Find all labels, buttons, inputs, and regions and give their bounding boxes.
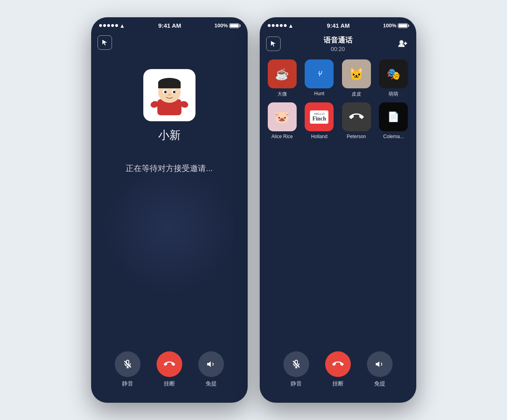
hangup-icon-peterson	[349, 110, 364, 124]
svg-marker-0	[102, 40, 107, 45]
avatar-hunt: ⑂	[305, 59, 334, 88]
battery-percent-right: 100%	[383, 22, 396, 29]
hangup-icon-left	[164, 359, 175, 370]
name-alice: Alice Rice	[271, 134, 293, 139]
speaker-button-left[interactable]: 免提	[198, 351, 224, 387]
svg-rect-4	[158, 83, 181, 88]
add-person-icon	[397, 39, 408, 49]
nav-bar-right: 语音通话 00:20	[260, 32, 416, 55]
pipi-avatar-img: 🐱	[342, 59, 371, 88]
nav-icon-left[interactable]	[98, 35, 112, 50]
avatar-pipi: 🐱	[342, 59, 371, 88]
speaker-circle-left[interactable]	[198, 351, 224, 377]
mute-circle-left[interactable]	[115, 351, 140, 377]
participant-alice: 🐷 Alice Rice	[266, 102, 299, 139]
speaker-circle-right[interactable]	[367, 351, 393, 377]
signal-area-right: ▲	[268, 22, 294, 29]
rdot2	[272, 24, 275, 27]
name-holland: Holland	[311, 134, 328, 139]
nav-bar-left	[91, 32, 248, 53]
mengmeng-avatar-img: 🎭	[379, 59, 408, 88]
finch-avatar-img: HELLO Finch	[305, 102, 334, 131]
dot1	[99, 24, 102, 27]
nav-subtitle-right: 00:20	[331, 46, 345, 52]
hangup-label-left: 挂断	[164, 380, 175, 387]
participant-holland: HELLO Finch Holland	[303, 102, 336, 139]
svg-point-8	[173, 91, 175, 93]
nav-title-right: 语音通话	[324, 35, 352, 45]
name-coleman: Colema...	[383, 134, 404, 139]
svg-point-7	[164, 91, 167, 93]
avatar-dawei: ☕	[268, 59, 297, 88]
xiaoxin-illustration	[147, 73, 191, 117]
hunt-avatar-img: ⑂	[305, 59, 334, 88]
avatar-mengmeng: 🎭	[379, 59, 408, 88]
control-buttons-left: 静音 挂断	[115, 351, 224, 387]
speaker-label-right: 免提	[374, 380, 385, 387]
calling-status: 正在等待对方接受邀请...	[126, 163, 213, 174]
name-mengmeng: 萌萌	[389, 91, 398, 98]
participant-dawei: ☕ 大微	[266, 59, 299, 98]
dot3	[107, 24, 110, 27]
svg-marker-25	[376, 361, 379, 367]
battery-icon-right	[398, 23, 408, 28]
cursor-icon-right	[270, 40, 277, 47]
mute-circle-right[interactable]	[283, 351, 309, 377]
participant-pipi: 🐱 皮皮	[340, 59, 373, 98]
name-dawei: 大微	[277, 91, 287, 98]
hangup-circle-left[interactable]	[157, 351, 182, 377]
battery-icon-left	[229, 23, 239, 28]
signal-area: ▲	[99, 22, 125, 29]
avatar-holland: HELLO Finch	[305, 102, 334, 131]
mute-button-right[interactable]: 静音	[283, 351, 309, 387]
cursor-icon-left	[101, 39, 108, 46]
time-left: 9:41 AM	[158, 22, 181, 29]
participant-mengmeng: 🎭 萌萌	[377, 59, 410, 98]
nav-title-area: 语音通话 00:20	[324, 35, 352, 52]
add-participant-button[interactable]	[395, 37, 410, 51]
participants-grid: ☕ 大微 ⑂ Hunt 🐱 皮皮 🎭 萌萌 🐷 Ali	[260, 55, 416, 143]
participant-hunt: ⑂ Hunt	[303, 59, 336, 98]
bottom-controls-left: 静音 挂断	[91, 345, 248, 403]
speaker-label-left: 免提	[206, 380, 217, 387]
dot5	[115, 24, 118, 27]
hangup-button-right[interactable]: 挂断	[325, 351, 351, 387]
battery-percent-left: 100%	[214, 22, 228, 29]
mute-label-left: 静音	[122, 380, 133, 387]
right-phone: ▲ 9:41 AM 100% 语音通话 00:20	[260, 17, 416, 403]
dot4	[111, 24, 114, 27]
bg-ghost	[101, 160, 238, 296]
hangup-circle-right[interactable]	[325, 351, 351, 377]
battery-area-right: 100%	[383, 22, 408, 29]
battery-area-left: 100%	[214, 22, 239, 29]
speaker-button-right[interactable]: 免提	[367, 351, 393, 387]
calling-screen: 小新 正在等待对方接受邀请...	[91, 53, 248, 403]
alice-avatar-img: 🐷	[268, 102, 297, 131]
name-pipi: 皮皮	[352, 91, 361, 98]
participant-coleman: 📄 Colema...	[377, 102, 410, 139]
svg-marker-17	[271, 41, 276, 47]
mic-icon-left	[123, 359, 132, 369]
calling-avatar	[143, 69, 195, 121]
dot2	[103, 24, 106, 27]
name-hunt: Hunt	[314, 91, 324, 96]
hangup-label-right: 挂断	[332, 380, 344, 387]
hangup-icon-right	[332, 359, 344, 370]
speaker-icon-right	[375, 359, 385, 369]
svg-point-9	[168, 94, 171, 96]
rdot1	[268, 24, 271, 27]
avatar-coleman: 📄	[379, 102, 408, 131]
speaker-icon-left	[206, 359, 216, 369]
contact-name-left: 小新	[158, 128, 181, 143]
svg-point-18	[399, 40, 403, 44]
mute-button-left[interactable]: 静音	[115, 351, 140, 387]
participant-peterson: Peterson	[340, 102, 373, 139]
hangup-button-left[interactable]: 挂断	[157, 351, 182, 387]
avatar-peterson	[342, 102, 371, 131]
peterson-avatar-img	[342, 102, 371, 131]
nav-icon-right[interactable]	[266, 37, 281, 51]
calling-avatar-wrapper: 小新	[143, 69, 195, 163]
svg-marker-16	[207, 361, 211, 367]
time-right: 9:41 AM	[327, 22, 350, 29]
status-bar-left: ▲ 9:41 AM 100%	[91, 17, 248, 32]
